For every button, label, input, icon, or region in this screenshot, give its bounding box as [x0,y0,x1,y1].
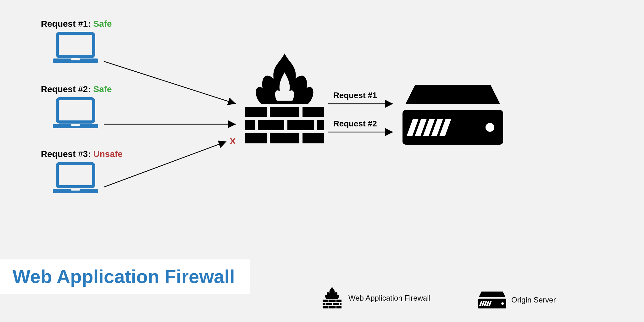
svg-rect-20 [317,120,324,130]
svg-rect-21 [245,133,267,143]
svg-rect-36 [333,303,339,305]
svg-rect-39 [329,306,336,308]
svg-rect-19 [287,120,314,130]
svg-rect-37 [340,303,341,305]
diagram-title-box: Web Application Firewall [0,259,250,294]
svg-rect-22 [270,133,299,143]
legend-server-label: Origin Server [511,296,556,304]
diagram-title: Web Application Firewall [13,266,235,287]
svg-point-47 [501,302,504,305]
svg-rect-17 [245,120,255,130]
passed-request1-label: Request #1 [333,91,377,100]
svg-point-30 [486,123,494,132]
firewall-icon [242,53,327,148]
svg-rect-35 [326,303,332,305]
svg-rect-38 [323,306,328,308]
svg-rect-23 [303,133,324,143]
svg-rect-14 [245,107,267,117]
svg-rect-16 [303,107,324,117]
legend-server: Origin Server [478,291,556,309]
passed-request2-label: Request #2 [333,119,377,129]
svg-rect-31 [323,300,328,302]
server-icon [402,82,503,148]
firewall-icon [321,287,343,309]
svg-rect-33 [336,300,341,302]
svg-rect-15 [270,107,299,117]
svg-rect-32 [329,300,336,302]
svg-rect-18 [258,120,284,130]
svg-rect-40 [336,306,341,308]
svg-line-11 [104,142,226,187]
legend-firewall-label: Web Application Firewall [348,294,430,303]
svg-rect-34 [323,303,325,305]
blocked-marker: X [230,136,236,147]
svg-line-9 [104,61,236,104]
server-icon [478,291,506,309]
legend-firewall: Web Application Firewall [321,287,430,309]
